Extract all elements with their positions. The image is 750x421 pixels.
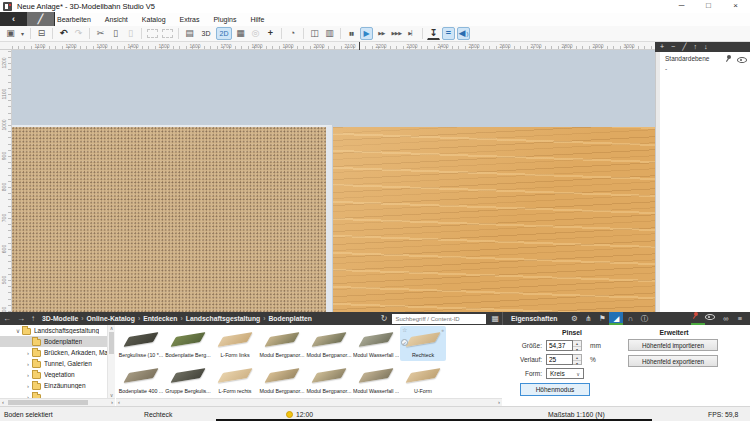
add-layer-icon[interactable]: + — [660, 42, 664, 52]
breadcrumb-item[interactable]: Landschaftsgestaltung — [186, 315, 269, 322]
grid-icon[interactable]: ▦ — [234, 27, 247, 40]
options-icon[interactable]: ● — [441, 327, 444, 333]
catalog-item[interactable]: U-Form — [400, 362, 446, 397]
tree-item-vegetation[interactable]: ›Vegetation — [0, 369, 114, 380]
menu-icon[interactable]: ≡ — [733, 312, 747, 325]
level-terrain-icon[interactable]: = — [442, 27, 455, 40]
scroll-left-icon[interactable]: ‹ — [118, 399, 120, 406]
catalog-item[interactable]: Modul Wasserfall ... — [353, 362, 399, 397]
pin-icon[interactable] — [691, 312, 705, 325]
view-3d-button[interactable]: 3D — [198, 27, 214, 40]
menu-plugins[interactable]: Plugins — [206, 13, 243, 26]
terrain-icon[interactable]: ◢ — [609, 312, 623, 325]
scrollbar-thumb[interactable] — [109, 332, 114, 354]
catalog-item[interactable]: Bodenplatte 400 ... — [118, 362, 164, 397]
back-icon[interactable]: ← — [3, 312, 11, 325]
eye-icon[interactable] — [705, 312, 719, 325]
breadcrumb-item[interactable]: 3D-Modelle — [42, 315, 87, 322]
smooth-icon[interactable]: ∩ — [623, 312, 637, 325]
breadcrumb-item[interactable]: Online-Katalog — [87, 315, 144, 322]
cut-icon[interactable]: ✂ — [94, 27, 107, 40]
catalog-item[interactable]: Bergkulisse (10 *... — [118, 326, 164, 361]
fast-forward-max-icon[interactable]: ▶▶▶ — [390, 27, 403, 40]
catalog-item[interactable]: Modul Bergpanor... — [306, 326, 352, 361]
tree-item-tunnel-galerien[interactable]: ›Tunnel, Galerien — [0, 358, 114, 369]
catalog-item[interactable]: L-Form links — [212, 326, 258, 361]
breadcrumb-item[interactable]: Bodenplatten — [268, 315, 317, 322]
scroll-up-icon[interactable]: ∧ — [108, 325, 115, 331]
search-input[interactable] — [392, 314, 486, 324]
size-input[interactable] — [546, 340, 573, 351]
layer-up-icon[interactable]: ↑ — [693, 42, 697, 52]
remove-layer-icon[interactable]: − — [671, 42, 675, 52]
catalog-item[interactable]: Modul Wasserfall ... — [353, 326, 399, 361]
sound-icon[interactable]: ◀ — [457, 27, 470, 40]
menu-katalog[interactable]: Katalog — [135, 13, 173, 26]
view-2d-button[interactable]: 2D — [216, 27, 232, 40]
catalog-item[interactable]: L-Form rechts — [212, 362, 258, 397]
breadcrumb-item[interactable]: Entdecken — [143, 315, 186, 322]
layer-visibility-icon[interactable] — [737, 55, 746, 63]
layout-canvas[interactable] — [12, 50, 655, 312]
back-icon[interactable]: ‹ — [0, 12, 27, 26]
tree-item-landschaftsgestaltung[interactable]: ∨Landschaftsgestaltung — [0, 325, 114, 336]
grid-view-icon[interactable]: ▦ — [491, 312, 499, 325]
layer-down-icon[interactable]: ↓ — [704, 42, 708, 52]
scroll-left-icon[interactable]: ‹ — [2, 399, 4, 406]
forward-icon[interactable]: → — [17, 312, 25, 325]
rename-layer-icon[interactable]: ╱ — [682, 42, 686, 52]
catalog-item[interactable]: Modul Bergpanor... — [306, 362, 352, 397]
pause-icon[interactable]: ▮▮ — [345, 27, 358, 40]
layer-sub-item[interactable]: - — [665, 65, 667, 72]
scroll-right-icon[interactable]: › — [111, 399, 113, 406]
layer-pin-icon[interactable] — [724, 55, 732, 63]
menu-bearbeiten[interactable]: Bearbeiten — [50, 13, 98, 26]
gradient-input[interactable] — [546, 354, 573, 365]
catalog-item[interactable]: Modul Bergpanor... — [259, 326, 305, 361]
minimize-icon[interactable]: ─ — [675, 0, 688, 13]
copy-icon[interactable]: ▯ — [109, 27, 122, 40]
menu-ansicht[interactable]: Ansicht — [98, 13, 135, 26]
menu-hilfe[interactable]: Hilfe — [243, 13, 271, 26]
items-horizontal-scrollbar[interactable]: ‹ › — [116, 398, 502, 406]
terrain-import-icon[interactable]: ↧ — [427, 27, 440, 40]
event-list-icon[interactable]: ▥ — [323, 27, 336, 40]
close-icon[interactable]: × — [729, 0, 742, 13]
favorite-star-icon[interactable]: ☆ — [402, 326, 407, 333]
event-window-icon[interactable]: ◫ — [308, 27, 321, 40]
tree-horizontal-scrollbar[interactable]: ‹ › — [0, 398, 115, 406]
tree-item[interactable]: › — [0, 391, 114, 398]
heightfield-export-button[interactable]: Höhenfeld exportieren — [628, 355, 718, 367]
heightfield-import-button[interactable]: Höhenfeld importieren — [628, 339, 718, 351]
tree-item-br-cken-arkaden-mau[interactable]: ›Brücken, Arkaden, Mau — [0, 347, 114, 358]
skip-to-end-icon[interactable]: ▶▏ — [405, 27, 418, 40]
catalog-item[interactable]: Modul Bergpanor... — [259, 362, 305, 397]
scrollbar-thumb[interactable] — [8, 400, 88, 405]
undo-icon[interactable]: ↶ — [57, 27, 70, 40]
menu-extras[interactable]: Extras — [173, 13, 207, 26]
tree-item-bodenplatten[interactable]: Bodenplatten — [0, 336, 114, 347]
scroll-right-icon[interactable]: › — [498, 399, 500, 406]
tree-vertical-scrollbar[interactable]: ∧ ∨ — [107, 325, 115, 398]
catalog-item[interactable]: Gruppe Bergkulis... — [165, 362, 211, 397]
maximize-icon[interactable]: □ — [702, 0, 715, 13]
baseplate-dotted[interactable] — [12, 125, 332, 312]
transform-icon[interactable]: ⋔ — [581, 312, 595, 325]
catalog-item[interactable]: Bodenplatte Berg... — [165, 326, 211, 361]
settings-icon[interactable]: ⚙ — [567, 312, 581, 325]
fast-forward-icon[interactable]: ▶▶ — [375, 27, 388, 40]
save-icon[interactable]: ▣ — [4, 27, 17, 40]
link-icon[interactable]: ∞ — [719, 312, 733, 325]
paint-icon[interactable]: ⚑ — [595, 312, 609, 325]
save-dropdown-icon[interactable]: ▾ — [19, 27, 26, 40]
gradient-stepper[interactable] — [573, 354, 582, 365]
print-icon[interactable]: ⊟ — [35, 27, 48, 40]
baseplate-wood[interactable] — [333, 127, 655, 312]
layers-scrollbar[interactable] — [656, 52, 660, 312]
layers-icon[interactable]: ▤ — [183, 27, 196, 40]
layer-item[interactable]: Standardebene — [665, 55, 709, 62]
catalog-item[interactable]: Rechteck☆●✓ — [400, 326, 446, 361]
brush-icon[interactable]: ╱ — [27, 12, 54, 26]
up-icon[interactable]: ↑ — [31, 312, 35, 325]
clock-icon[interactable]: ◔ — [286, 27, 299, 40]
